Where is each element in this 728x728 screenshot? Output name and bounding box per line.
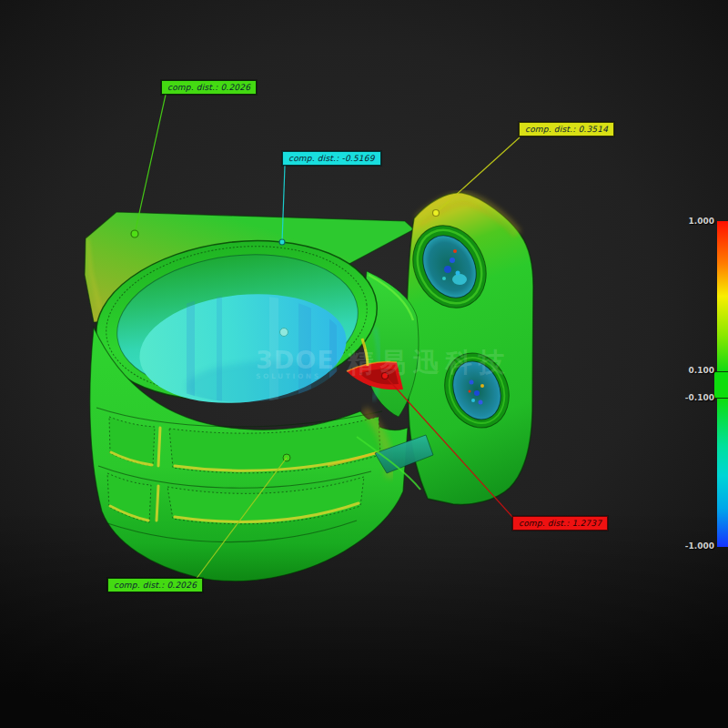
annotation-comp-dist-top-left[interactable]: comp. dist.: 0.2026 [161, 80, 257, 95]
anchor-dot-red [382, 373, 389, 379]
annotation-comp-dist-top-right[interactable]: comp. dist.: 0.3514 [519, 122, 614, 136]
deviation-colorbar[interactable] [717, 221, 728, 547]
anchor-dot-green-top [131, 230, 138, 238]
colorbar-tick-max: 1.000 [660, 217, 714, 226]
annotation-comp-dist-right[interactable]: comp. dist.: 1.2737 [512, 516, 608, 531]
colorbar-tick-upper: 0.100 [660, 366, 714, 375]
anchor-dot-yellow [433, 210, 440, 217]
3d-viewport[interactable]: 3DOE SOLUTIONS 精易迅科技 comp. dist.: 0.2026… [0, 0, 728, 728]
anchor-dot-cyan [279, 239, 285, 245]
annotation-comp-dist-center[interactable]: comp. dist.: -0.5169 [282, 151, 381, 166]
colorbar-nominal-block [714, 371, 728, 399]
colorbar-tick-min: -1.000 [660, 541, 714, 551]
colorbar-upper-gradient [717, 221, 728, 371]
bore-probe-ball [280, 329, 288, 337]
colorbar-lower-gradient [717, 399, 728, 547]
model-canvas [0, 0, 728, 728]
colorbar-tick-lower: -0.100 [660, 393, 714, 402]
annotation-comp-dist-bottom-left[interactable]: comp. dist.: 0.2026 [107, 578, 203, 592]
